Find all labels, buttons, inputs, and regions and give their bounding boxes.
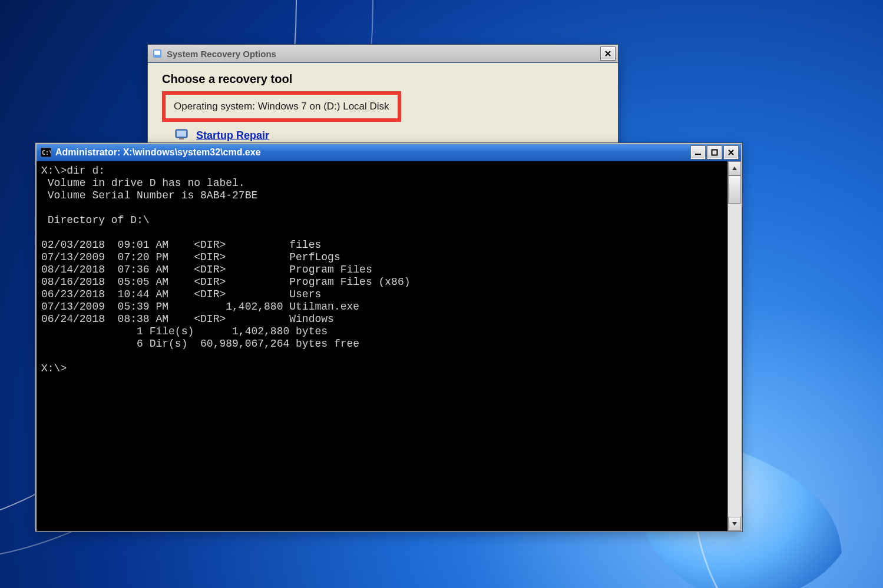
- cmd-title-text: Administrator: X:\windows\system32\cmd.e…: [55, 147, 261, 158]
- svg-text:C:\: C:\: [42, 150, 51, 156]
- system-recovery-window: System Recovery Options Choose a recover…: [148, 45, 618, 160]
- scroll-thumb[interactable]: [728, 175, 741, 204]
- scroll-up-button[interactable]: [728, 161, 741, 175]
- os-highlight-box: Operating system: Windows 7 on (D:) Loca…: [162, 91, 401, 122]
- operating-system-line: Operating system: Windows 7 on (D:) Loca…: [174, 101, 389, 112]
- startup-repair-link[interactable]: Startup Repair: [196, 129, 269, 142]
- close-button[interactable]: [600, 46, 616, 61]
- recovery-title-text: System Recovery Options: [167, 49, 276, 59]
- desktop-background: System Recovery Options Choose a recover…: [0, 0, 883, 588]
- recovery-window-icon: [151, 48, 163, 59]
- svg-rect-8: [712, 150, 717, 155]
- cmd-titlebar[interactable]: C:\ Administrator: X:\windows\system32\c…: [37, 144, 741, 161]
- recovery-titlebar[interactable]: System Recovery Options: [148, 45, 618, 63]
- maximize-button[interactable]: [707, 145, 722, 160]
- recovery-body: Choose a recovery tool Operating system:…: [148, 63, 618, 149]
- cmd-window-icon: C:\: [40, 147, 52, 158]
- startup-repair-icon: [175, 128, 190, 143]
- scroll-down-button[interactable]: [728, 517, 741, 531]
- scroll-track[interactable]: [728, 175, 741, 517]
- cmd-window: C:\ Administrator: X:\windows\system32\c…: [35, 143, 742, 531]
- close-button[interactable]: [723, 145, 739, 160]
- cmd-client-area: X:\>dir d: Volume in drive D has no labe…: [37, 161, 741, 531]
- console-output[interactable]: X:\>dir d: Volume in drive D has no labe…: [37, 161, 727, 531]
- choose-tool-heading: Choose a recovery tool: [162, 72, 604, 87]
- svg-rect-3: [177, 131, 186, 137]
- svg-rect-1: [154, 51, 160, 55]
- startup-repair-row: Startup Repair: [175, 128, 604, 143]
- vertical-scrollbar[interactable]: [727, 161, 741, 531]
- svg-rect-4: [179, 138, 184, 139]
- minimize-button[interactable]: [690, 145, 706, 160]
- svg-rect-7: [695, 154, 701, 155]
